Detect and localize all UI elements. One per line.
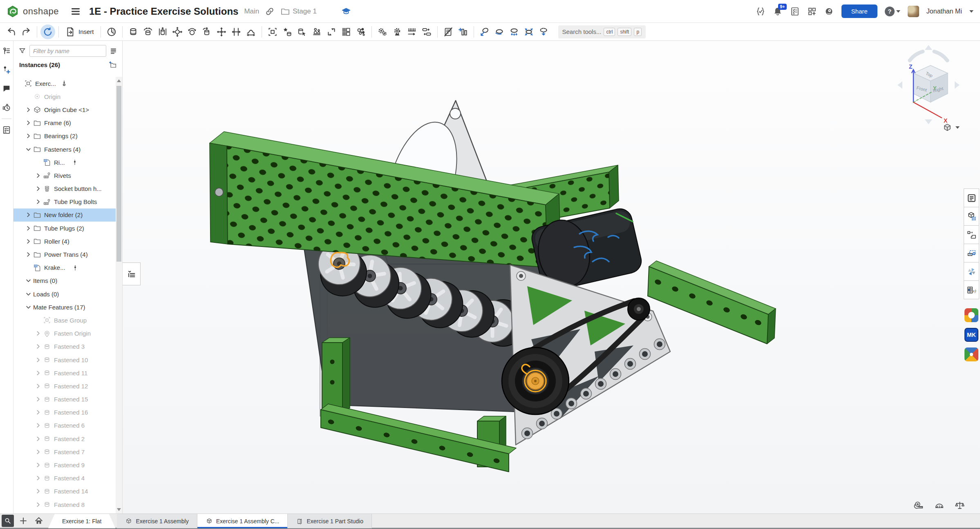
share-button[interactable]: Share [841, 4, 877, 18]
expander-icon[interactable] [33, 318, 43, 323]
structure-icon[interactable] [1, 46, 12, 56]
replace-instance-button[interactable] [295, 25, 309, 39]
expander-icon[interactable] [33, 475, 43, 481]
expander-icon[interactable] [23, 226, 33, 231]
tree-item-fastened-15[interactable]: Fastened 15 [13, 393, 116, 406]
user-name[interactable]: Jonathan Mi [926, 8, 962, 15]
group-mate-button[interactable] [265, 25, 280, 39]
expander-icon[interactable] [23, 305, 33, 310]
filter-input[interactable] [29, 45, 106, 57]
task-list-icon[interactable] [790, 7, 800, 16]
list-view-icon[interactable] [110, 47, 117, 55]
notifications-bell-icon[interactable]: 9+ [773, 7, 783, 16]
panel-toggle-button[interactable] [123, 262, 141, 285]
expander-icon[interactable] [33, 383, 43, 389]
expander-icon[interactable] [23, 94, 33, 99]
mate-connector-button[interactable] [280, 25, 295, 39]
fastened-mate-button[interactable] [126, 25, 141, 39]
bom-cube-panel-button[interactable] [964, 207, 979, 226]
pinwheel-panel-button[interactable] [964, 262, 979, 281]
pin-slot-mate-button[interactable] [214, 25, 229, 39]
expander-icon[interactable] [33, 502, 43, 507]
parallel-mate-button[interactable] [229, 25, 244, 39]
insert-entity-icon[interactable] [1, 65, 12, 75]
rotate-lasso-button[interactable] [477, 25, 492, 39]
graduation-cap-icon[interactable] [341, 7, 351, 16]
mate-clock-button[interactable] [104, 25, 119, 39]
expander-icon[interactable] [33, 344, 43, 349]
protractor-icon[interactable] [933, 500, 945, 511]
rack-pinion-button[interactable] [405, 25, 419, 39]
tree-item-fastened-6[interactable]: Fastened 6 [13, 419, 116, 432]
tree-item-items-0[interactable]: Items (0) [13, 274, 116, 287]
expander-icon[interactable] [23, 278, 33, 283]
expander-icon[interactable] [23, 265, 33, 270]
tree-item-base-group[interactable]: Base Group [13, 314, 116, 327]
screw-relation-button[interactable] [419, 25, 434, 39]
tree-item-fastened-12[interactable]: Fastened 12 [13, 379, 116, 392]
tree-item-fastened-11[interactable]: Fastened 11 [13, 366, 116, 379]
tree-item-origin[interactable]: Origin [13, 90, 116, 103]
apps-plus-icon[interactable] [807, 7, 817, 16]
expander-icon[interactable] [33, 410, 43, 415]
tree-item-fasteners-4[interactable]: Fasteners (4) [13, 143, 116, 156]
expander-icon[interactable] [23, 252, 33, 257]
tape-measure-icon[interactable] [913, 500, 924, 511]
scroll-down-icon[interactable] [117, 508, 121, 511]
tree-item-fasten-origin[interactable]: Fasten Origin [13, 327, 116, 340]
expander-icon[interactable] [23, 107, 33, 112]
help-icon[interactable]: ? [885, 7, 895, 16]
home-button[interactable] [33, 515, 45, 527]
tab-exercise-1-assembly-c[interactable]: Exercise 1 Assembly C... [197, 514, 288, 528]
tab-exercise-1-part-studio[interactable]: Exercise 1 Part Studio [288, 514, 372, 528]
pin-app-icon[interactable] [964, 347, 978, 361]
expander-icon[interactable] [23, 147, 33, 152]
avatar[interactable] [908, 6, 919, 17]
expander-icon[interactable] [33, 397, 43, 402]
gear-detail-button[interactable] [390, 25, 405, 39]
slider-mate-button[interactable] [155, 25, 170, 39]
expander-icon[interactable] [33, 357, 43, 363]
tab-exercise-1-flat[interactable]: Exercise 1: Flat [48, 514, 115, 528]
tree-item-fastened-8[interactable]: Fastened 8 [13, 498, 116, 511]
chevron-down-icon[interactable] [969, 10, 973, 13]
search-tabs-button[interactable] [2, 515, 14, 527]
expander-icon[interactable] [23, 212, 33, 217]
tree-item-rivets[interactable]: Rivets [13, 169, 116, 182]
revolute-mate-button[interactable] [141, 25, 155, 39]
view-cube-body[interactable]: Top Front Right [913, 65, 948, 102]
mass-scale-icon[interactable] [954, 500, 965, 511]
expander-icon[interactable] [33, 449, 43, 455]
expander-icon[interactable] [33, 462, 43, 468]
expander-icon[interactable] [33, 160, 43, 165]
mk-app-icon[interactable]: MK [964, 328, 978, 342]
tree-item-loads-0[interactable]: Loads (0) [13, 287, 116, 300]
workspace-name[interactable]: Stage 1 [293, 7, 317, 16]
expander-icon[interactable] [33, 186, 43, 191]
tree-item-fastened-14[interactable]: Fastened 14 [13, 485, 116, 498]
expander-icon[interactable] [33, 331, 43, 336]
expander-icon[interactable] [23, 133, 33, 139]
orbit-press-button[interactable] [507, 25, 521, 39]
pattern-grid-button[interactable] [339, 25, 354, 39]
help-menu[interactable]: ? [885, 7, 900, 16]
orbit-drop-button[interactable] [536, 25, 551, 39]
ring-app-icon[interactable] [964, 308, 978, 322]
configurations-panel-button[interactable] [964, 188, 979, 207]
custom-table-panel-button[interactable] [964, 280, 979, 299]
tree-item-frame-6[interactable]: Frame (6) [13, 117, 116, 130]
tree-item-socket-button-h[interactable]: Socket button h... [13, 182, 116, 195]
snap-mode-button[interactable] [324, 25, 339, 39]
redo-button[interactable] [19, 25, 34, 39]
assembly-3d-model[interactable] [204, 90, 801, 513]
named-positions-button[interactable] [309, 25, 324, 39]
item-menu-icon[interactable] [72, 159, 78, 166]
in-context-panel-button[interactable] [964, 244, 979, 262]
tree-item-tube-plugs-2[interactable]: Tube Plugs (2) [13, 222, 116, 235]
tree-item-fastened-4[interactable]: Fastened 4 [13, 472, 116, 485]
tree-item-power-trans-4[interactable]: Power Trans (4) [13, 248, 116, 261]
main-menu-button[interactable] [70, 6, 81, 17]
expander-icon[interactable] [33, 436, 43, 442]
search-tools-box[interactable]: Search tools... ctrlshiftp [558, 25, 646, 38]
follow-checklist-icon[interactable] [1, 125, 12, 135]
